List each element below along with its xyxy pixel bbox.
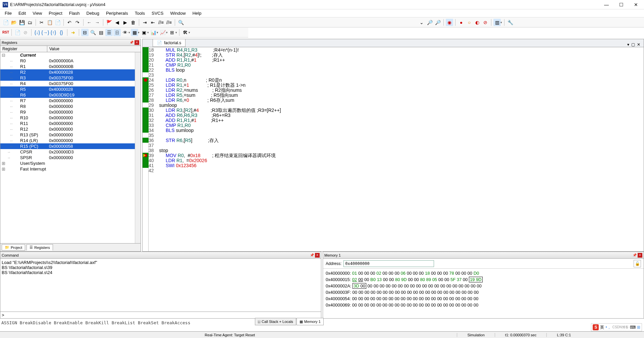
- step-over-icon[interactable]: {→}: [42, 29, 49, 36]
- serial-window-icon[interactable]: ▣: [140, 29, 148, 36]
- register-row[interactable]: ·· R110x00000000: [0, 121, 135, 126]
- close-panel-icon[interactable]: ×: [135, 40, 139, 45]
- dropdown-icon[interactable]: ⌄: [418, 19, 425, 26]
- debug-start-icon[interactable]: ◉: [446, 19, 453, 26]
- register-row[interactable]: ·· R60x003D9D19: [0, 92, 135, 98]
- menu-debug[interactable]: Debug: [84, 10, 102, 16]
- menu-tools[interactable]: Tools: [132, 10, 148, 16]
- register-row[interactable]: ·· R70x00000000: [0, 98, 135, 104]
- breakpoint-kill-icon[interactable]: ⊘: [482, 19, 489, 26]
- nav-forward-icon[interactable]: →: [94, 19, 101, 26]
- tab-registers[interactable]: ☰Registers: [26, 244, 53, 251]
- tab-callstack[interactable]: ⌸Call Stack + Locals: [255, 318, 296, 325]
- command-input[interactable]: >: [0, 312, 321, 318]
- menu-file[interactable]: File: [2, 10, 14, 16]
- ime-grid-icon[interactable]: ⊞: [637, 325, 640, 330]
- step-in-icon[interactable]: {↓}: [34, 29, 41, 36]
- cut-icon[interactable]: ✂: [38, 19, 45, 26]
- lock-icon[interactable]: 🔓: [634, 260, 641, 267]
- memory-window-icon[interactable]: ▦: [131, 29, 138, 36]
- show-next-stmt-icon[interactable]: ➜: [69, 29, 77, 36]
- register-row[interactable]: ·· R100x00000000: [0, 115, 135, 121]
- memory-view[interactable]: 0x40000000: 01 00 00 00 02 00 00 00 06 0…: [323, 269, 644, 318]
- close-button[interactable]: ✕: [632, 2, 640, 7]
- paste-icon[interactable]: 📄: [54, 19, 61, 26]
- register-row[interactable]: ·· R90x00000000: [0, 109, 135, 115]
- register-group[interactable]: ⊞ User/System: [0, 160, 135, 166]
- close-panel-icon[interactable]: ×: [315, 253, 320, 258]
- register-row[interactable]: ·· R80x00000000: [0, 104, 135, 109]
- ime-indicator[interactable]: •，: [605, 325, 611, 330]
- menu-project[interactable]: Project: [46, 10, 65, 16]
- find-in-files-icon[interactable]: 🔍: [177, 19, 184, 26]
- menu-svcs[interactable]: SVCS: [149, 10, 166, 16]
- editor-window-icon[interactable]: ▢: [631, 42, 635, 47]
- find-icon[interactable]: 🔎: [426, 19, 433, 26]
- symbol-window-icon[interactable]: ▤: [97, 29, 105, 36]
- ime-keyboard-icon[interactable]: ⌨: [630, 325, 636, 330]
- memory-row[interactable]: 0x40000000: 01 00 00 00 02 00 00 00 06 0…: [326, 270, 641, 276]
- memory-row[interactable]: 0x40000054: 00 00 00 00 00 00 00 00 00 0…: [326, 295, 641, 302]
- indent-icon[interactable]: ⇥: [141, 19, 149, 26]
- callstack-window-icon[interactable]: ⌸: [113, 29, 121, 36]
- register-row[interactable]: ·· R10x0000000B: [0, 64, 135, 69]
- memory-row[interactable]: 0x4000003F: 00 00 00 00 00 00 00 00 00 0…: [326, 289, 641, 295]
- run-to-cursor-icon[interactable]: {}: [58, 29, 65, 36]
- register-row[interactable]: ·· R40x00375F00: [0, 81, 135, 86]
- code-editor[interactable]: 1819202122232425262728293031323334353637…: [143, 47, 644, 251]
- registers-header-register[interactable]: Register: [0, 46, 47, 52]
- bookmark-toggle-icon[interactable]: 🚩: [105, 19, 113, 26]
- memory-row[interactable]: 0x4000002A: 3D 00 00 00 00 00 00 00 00 0…: [326, 283, 641, 289]
- menu-help[interactable]: Help: [190, 10, 204, 16]
- bookmark-next-icon[interactable]: ▶: [121, 19, 129, 26]
- window-layout-icon[interactable]: ▥: [493, 19, 501, 26]
- register-row[interactable]: ·· CPSR0x200000D3: [0, 149, 135, 155]
- save-all-icon[interactable]: 🗂: [26, 19, 34, 26]
- menu-flash[interactable]: Flash: [66, 10, 83, 16]
- memory-row[interactable]: 0x40000015: 02 00 00 B0 13 00 00 80 9D 0…: [326, 276, 641, 283]
- register-row[interactable]: ·· R120x00000000: [0, 126, 135, 132]
- register-group[interactable]: ⊞ Fast Interrupt: [0, 166, 135, 172]
- tab-memory[interactable]: ▦Memory 1: [297, 318, 324, 325]
- sogou-icon[interactable]: S: [593, 324, 599, 330]
- watch1-icon[interactable]: 👁: [121, 29, 129, 36]
- stop-icon[interactable]: ⊘: [22, 29, 29, 36]
- register-row[interactable]: ·· R13 (SP)0x00000000: [0, 132, 135, 138]
- memory-row[interactable]: 0x40000069: 00 00 00 00 00 00 00 00 00 0…: [326, 302, 641, 308]
- pin-icon[interactable]: 📌: [129, 41, 134, 44]
- pin-icon[interactable]: 📌: [310, 253, 314, 257]
- new-file-icon[interactable]: 📄: [2, 19, 9, 26]
- menu-view[interactable]: View: [30, 10, 45, 16]
- maximize-button[interactable]: ☐: [617, 2, 625, 7]
- register-row[interactable]: ·· R20x40000028: [0, 69, 135, 75]
- register-row[interactable]: ·· R50x40000028: [0, 86, 135, 92]
- register-row[interactable]: ·· R15 (PC)0x00000058: [0, 143, 135, 149]
- bookmark-prev-icon[interactable]: ◀: [113, 19, 121, 26]
- run-icon[interactable]: 📄: [14, 29, 21, 36]
- open-file-icon[interactable]: 📂: [10, 19, 17, 26]
- memory-address-input[interactable]: [343, 260, 434, 267]
- scrollbar[interactable]: [135, 52, 141, 243]
- ime-bar[interactable]: S 英 •， CSDN博客 ⌨ ⊞: [591, 323, 642, 331]
- reset-icon[interactable]: RST: [2, 29, 9, 36]
- uncomment-icon[interactable]: //≡: [165, 19, 173, 26]
- registers-header-value[interactable]: Value: [47, 46, 141, 52]
- system-viewer-icon[interactable]: ⊞: [168, 29, 176, 36]
- redo-icon[interactable]: ↷: [74, 19, 81, 26]
- trace-window-icon[interactable]: 📈: [159, 29, 166, 36]
- menu-peripherals[interactable]: Peripherals: [103, 10, 131, 16]
- register-row[interactable]: ·· SPSR0x00000000: [0, 155, 135, 160]
- step-out-icon[interactable]: {↑}: [50, 29, 57, 36]
- save-icon[interactable]: 💾: [18, 19, 25, 26]
- editor-close-icon[interactable]: ✕: [637, 42, 640, 47]
- registers-list[interactable]: ⊟ Current ·· R00x0000000A ·· R10x0000000…: [0, 52, 135, 243]
- disasm-window-icon[interactable]: ⊟: [81, 29, 89, 36]
- toolbox-icon[interactable]: 🛠: [181, 29, 189, 36]
- register-row[interactable]: ·· R30x00375F00: [0, 75, 135, 81]
- register-row[interactable]: ·· R14 (LR)0x00000000: [0, 138, 135, 143]
- tab-project[interactable]: 📁Project: [2, 244, 25, 251]
- nav-back-icon[interactable]: ←: [86, 19, 93, 26]
- breakpoint-disable-icon[interactable]: ◐: [474, 19, 481, 26]
- pin-icon[interactable]: 📌: [632, 253, 637, 257]
- command-output[interactable]: Load "E:\\ARMProjects\\s2\\factorial\\fa…: [0, 259, 321, 312]
